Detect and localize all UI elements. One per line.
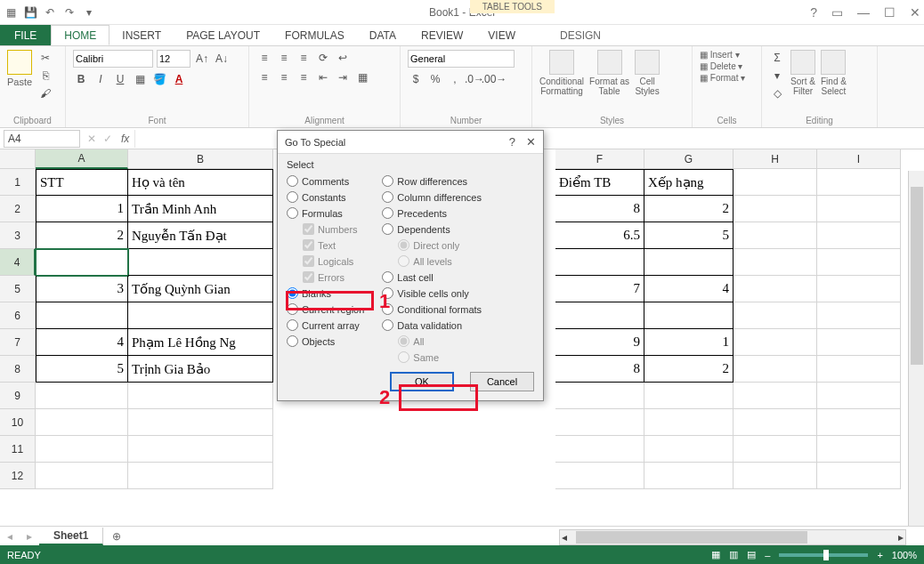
sort-filter-button[interactable]: Sort & Filter (790, 50, 815, 96)
col-header-F[interactable]: F (555, 149, 644, 169)
percent-icon[interactable]: % (427, 71, 443, 87)
cell[interactable] (644, 436, 734, 463)
cell[interactable] (128, 436, 273, 463)
cell[interactable] (817, 436, 901, 463)
format-painter-icon[interactable]: 🖌 (37, 85, 53, 101)
cell[interactable] (817, 222, 901, 249)
radio-data-validation[interactable]: Data validation (382, 319, 482, 331)
cell[interactable]: 1 (36, 196, 128, 222)
ok-button[interactable]: OK (390, 372, 454, 391)
redo-icon[interactable]: ↷ (62, 5, 77, 20)
hscroll-thumb[interactable] (576, 531, 807, 544)
merge-icon[interactable]: ▦ (354, 69, 370, 85)
hscroll-right-icon[interactable]: ▸ (898, 531, 904, 544)
tab-view[interactable]: VIEW (475, 25, 528, 45)
fill-color-icon[interactable]: 🪣 (151, 71, 167, 87)
increase-decimal-icon[interactable]: .0→ (466, 71, 482, 87)
cell[interactable] (644, 409, 734, 436)
row-header[interactable]: 1 (0, 169, 36, 196)
row-header[interactable]: 11 (0, 436, 36, 463)
conditional-formatting-button[interactable]: Conditional Formatting (539, 50, 584, 96)
delete-cells-button[interactable]: ▦ Delete ▾ (700, 61, 754, 71)
cell[interactable]: Trịnh Gia Bảo (128, 356, 273, 383)
cell[interactable] (817, 383, 901, 409)
align-right-icon[interactable]: ≡ (296, 69, 312, 85)
cell[interactable]: 3 (36, 276, 128, 302)
cell[interactable] (817, 302, 901, 329)
radio-current-region[interactable]: Current region (287, 303, 364, 315)
radio-visible-cells[interactable]: Visible cells only (382, 287, 482, 299)
cell[interactable]: 7 (555, 276, 644, 302)
cell[interactable] (734, 222, 817, 249)
tab-review[interactable]: REVIEW (409, 25, 475, 45)
zoom-in-icon[interactable]: + (877, 550, 882, 560)
cell[interactable]: Phạm Lê Hồng Ng (128, 329, 273, 356)
format-cells-button[interactable]: ▦ Format ▾ (700, 73, 754, 83)
decrease-font-icon[interactable]: A↓ (214, 51, 230, 67)
fx-icon[interactable]: fx (116, 133, 134, 145)
radio-dependents[interactable]: Dependents (382, 223, 482, 235)
name-box[interactable]: A4 (4, 130, 80, 148)
cell[interactable]: Nguyễn Tấn Đạt (128, 222, 273, 249)
col-header-B[interactable]: B (128, 149, 273, 169)
enter-formula-icon[interactable]: ✓ (100, 133, 116, 145)
cell[interactable]: 5 (36, 356, 128, 383)
cell[interactable] (644, 302, 734, 329)
cell[interactable] (734, 169, 817, 196)
add-sheet-button[interactable]: ⊕ (103, 528, 130, 544)
cell[interactable] (36, 249, 128, 276)
cell[interactable] (734, 383, 817, 409)
copy-icon[interactable]: ⎘ (37, 68, 53, 84)
zoom-level[interactable]: 100% (892, 550, 917, 560)
radio-constants[interactable]: Constants (287, 191, 364, 203)
cell[interactable]: Trần Minh Anh (128, 196, 273, 222)
col-header-H[interactable]: H (734, 149, 817, 169)
cell[interactable]: 2 (644, 356, 734, 383)
cell[interactable] (555, 463, 644, 489)
cancel-formula-icon[interactable]: ✕ (84, 133, 100, 145)
cell[interactable] (644, 249, 734, 276)
view-pagelayout-icon[interactable]: ▥ (729, 549, 738, 560)
cell[interactable] (817, 356, 901, 383)
row-header[interactable]: 5 (0, 276, 36, 302)
cell[interactable]: Tống Quỳnh Gian (128, 276, 273, 302)
cell[interactable] (734, 409, 817, 436)
cell[interactable] (555, 436, 644, 463)
cell[interactable] (734, 356, 817, 383)
radio-last-cell[interactable]: Last cell (382, 271, 482, 283)
radio-formulas[interactable]: Formulas (287, 207, 364, 219)
cell[interactable] (128, 383, 273, 409)
tab-pagelayout[interactable]: PAGE LAYOUT (174, 25, 272, 45)
clear-icon[interactable]: ◇ (769, 85, 785, 101)
radio-comments[interactable]: Comments (287, 175, 364, 187)
font-size-select[interactable] (157, 50, 190, 68)
paste-button[interactable]: Paste (7, 50, 32, 87)
cell[interactable] (734, 196, 817, 222)
tab-design[interactable]: DESIGN (547, 25, 613, 45)
cell[interactable]: Xếp hạng (644, 169, 734, 196)
cell[interactable] (555, 383, 644, 409)
vertical-scrollbar[interactable] (908, 171, 924, 526)
save-icon[interactable]: 💾 (23, 5, 37, 20)
zoom-slider[interactable] (779, 553, 868, 557)
cut-icon[interactable]: ✂ (37, 50, 53, 66)
currency-icon[interactable]: $ (408, 71, 424, 87)
dialog-help-icon[interactable]: ? (509, 135, 515, 149)
italic-button[interactable]: I (93, 71, 109, 87)
cell[interactable] (555, 409, 644, 436)
horizontal-scrollbar[interactable]: ◂ ▸ (559, 529, 906, 545)
tab-home[interactable]: HOME (51, 25, 109, 45)
col-header-G[interactable]: G (644, 149, 734, 169)
align-middle-icon[interactable]: ≡ (276, 50, 292, 66)
bold-button[interactable]: B (73, 71, 89, 87)
cell[interactable]: STT (36, 169, 128, 196)
orientation-icon[interactable]: ⟳ (315, 50, 331, 66)
row-header[interactable]: 4 (0, 249, 36, 276)
dialog-close-icon[interactable]: ✕ (526, 135, 536, 149)
increase-indent-icon[interactable]: ⇥ (335, 69, 351, 85)
col-header-I[interactable]: I (817, 149, 901, 169)
comma-icon[interactable]: , (447, 71, 463, 87)
tab-file[interactable]: FILE (0, 25, 51, 45)
row-header[interactable]: 8 (0, 356, 36, 383)
cell[interactable] (36, 436, 128, 463)
